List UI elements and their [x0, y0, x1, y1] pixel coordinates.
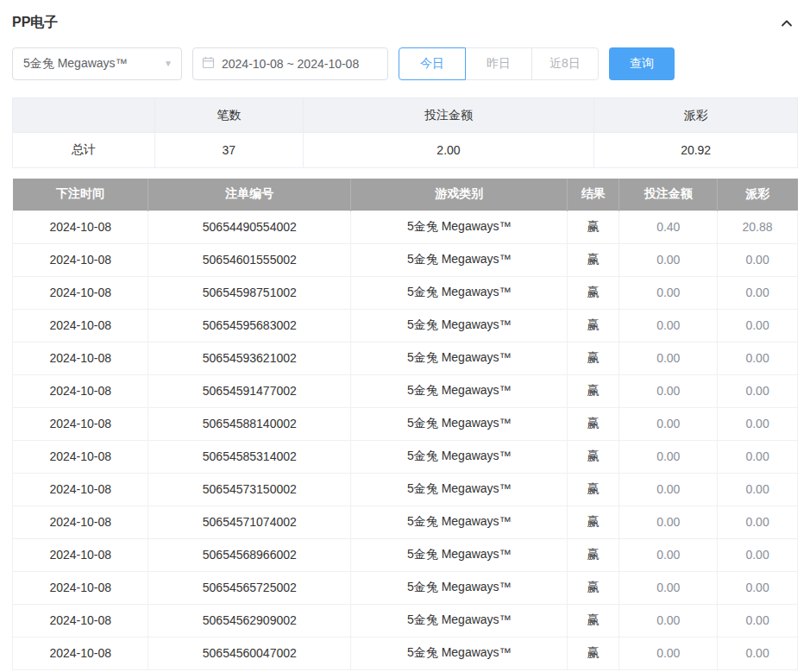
bet-time-cell: 2024-10-08 — [13, 309, 148, 342]
result-cell: 赢 — [568, 506, 619, 538]
game-type-cell: 5金兔 Megaways™ — [351, 506, 568, 538]
bet-amount-cell: 0.00 — [619, 538, 718, 571]
game-type-cell: 5金兔 Megaways™ — [351, 604, 568, 637]
date-range-value: 2024-10-08 ~ 2024-10-08 — [222, 57, 359, 71]
summary-total-row: 总计 37 2.00 20.92 — [13, 133, 798, 168]
bet-amount-cell: 0.00 — [619, 506, 718, 538]
summary-header-count: 笔数 — [154, 98, 303, 133]
result-cell: 赢 — [568, 309, 619, 342]
bet-amount-cell: 0.00 — [619, 243, 718, 276]
result-cell: 赢 — [568, 407, 619, 440]
table-row: 2024-10-08506545936210025金兔 Megaways™赢0.… — [13, 342, 798, 374]
game-type-cell: 5金兔 Megaways™ — [351, 571, 568, 604]
range-button-yesterday[interactable]: 昨日 — [465, 47, 532, 80]
search-button[interactable]: 查询 — [609, 47, 675, 80]
bet-id-cell: 50654585314002 — [148, 440, 351, 473]
table-row: 2024-10-08506544905540025金兔 Megaways™赢0.… — [13, 210, 798, 243]
header-bet-amount: 投注金额 — [619, 179, 718, 210]
quick-range-group: 今日 昨日 近8日 — [399, 47, 599, 80]
summary-total-label: 总计 — [13, 133, 155, 168]
bet-amount-cell: 0.00 — [619, 604, 718, 637]
payout-cell: 0.00 — [718, 342, 798, 374]
table-row: 2024-10-08506545731500025金兔 Megaways™赢0.… — [13, 473, 798, 506]
table-row: 2024-10-08506545853140025金兔 Megaways™赢0.… — [13, 440, 798, 473]
bet-amount-cell: 0.00 — [619, 440, 718, 473]
bet-table-header-row: 下注时间 注单编号 游戏类别 结果 投注金额 派彩 — [13, 179, 798, 210]
bet-id-cell: 50654568966002 — [148, 538, 351, 571]
result-cell: 赢 — [568, 604, 619, 637]
range-button-last8days[interactable]: 近8日 — [531, 47, 599, 80]
bet-id-cell: 50654593621002 — [148, 342, 351, 374]
payout-cell: 0.00 — [718, 506, 798, 538]
bet-time-cell: 2024-10-08 — [13, 571, 148, 604]
bet-records-table: 下注时间 注单编号 游戏类别 结果 投注金额 派彩 2024-10-085065… — [12, 179, 798, 670]
summary-header-bet-amount: 投注金额 — [303, 98, 594, 133]
bet-time-cell: 2024-10-08 — [13, 276, 148, 309]
result-cell: 赢 — [568, 440, 619, 473]
payout-cell: 0.00 — [718, 440, 798, 473]
summary-table: 笔数 投注金额 派彩 总计 37 2.00 20.92 — [12, 97, 798, 168]
bet-amount-cell: 0.00 — [619, 342, 718, 374]
collapse-button[interactable] — [777, 16, 796, 31]
game-type-cell: 5金兔 Megaways™ — [351, 276, 568, 309]
header-game-type: 游戏类别 — [351, 179, 568, 210]
game-type-cell: 5金兔 Megaways™ — [351, 637, 568, 669]
bet-id-cell: 50654490554002 — [148, 210, 351, 243]
game-type-cell: 5金兔 Megaways™ — [351, 210, 568, 243]
bet-time-cell: 2024-10-08 — [13, 440, 148, 473]
bet-id-cell: 50654565725002 — [148, 571, 351, 604]
table-row: 2024-10-08506546015550025金兔 Megaways™赢0.… — [13, 243, 798, 276]
payout-cell: 0.00 — [718, 309, 798, 342]
game-select[interactable]: 5金兔 Megaways™ ▼ — [12, 47, 182, 80]
payout-cell: 0.00 — [718, 374, 798, 407]
summary-total-bet-amount: 2.00 — [303, 133, 594, 168]
payout-cell: 0.00 — [718, 276, 798, 309]
result-cell: 赢 — [568, 342, 619, 374]
table-row: 2024-10-08506545881400025金兔 Megaways™赢0.… — [13, 407, 798, 440]
table-row: 2024-10-08506545956830025金兔 Megaways™赢0.… — [13, 309, 798, 342]
summary-header-row: 笔数 投注金额 派彩 — [13, 98, 798, 133]
section-header: PP电子 — [12, 14, 796, 32]
range-button-today[interactable]: 今日 — [399, 47, 466, 80]
chevron-up-icon — [779, 19, 794, 32]
header-payout: 派彩 — [718, 179, 798, 210]
bet-amount-cell: 0.40 — [619, 210, 718, 243]
payout-cell: 0.00 — [718, 473, 798, 506]
payout-cell: 0.00 — [718, 604, 798, 637]
calendar-icon — [202, 56, 215, 72]
payout-cell: 0.00 — [718, 538, 798, 571]
bet-amount-cell: 0.00 — [619, 571, 718, 604]
header-result: 结果 — [568, 179, 619, 210]
bet-table-body: 2024-10-08506544905540025金兔 Megaways™赢0.… — [13, 210, 798, 669]
date-range-input[interactable]: 2024-10-08 ~ 2024-10-08 — [192, 47, 388, 80]
summary-total-payout: 20.92 — [594, 133, 798, 168]
bet-id-cell: 50654560047002 — [148, 637, 351, 669]
bet-time-cell: 2024-10-08 — [13, 637, 148, 669]
result-cell: 赢 — [568, 571, 619, 604]
bet-amount-cell: 0.00 — [619, 473, 718, 506]
bet-id-cell: 50654571074002 — [148, 506, 351, 538]
result-cell: 赢 — [568, 243, 619, 276]
table-row: 2024-10-08506545914770025金兔 Megaways™赢0.… — [13, 374, 798, 407]
bet-time-cell: 2024-10-08 — [13, 604, 148, 637]
result-cell: 赢 — [568, 374, 619, 407]
table-row: 2024-10-08506545600470025金兔 Megaways™赢0.… — [13, 637, 798, 669]
game-type-cell: 5金兔 Megaways™ — [351, 538, 568, 571]
bet-id-cell: 50654573150002 — [148, 473, 351, 506]
bet-amount-cell: 0.00 — [619, 407, 718, 440]
bet-id-cell: 50654598751002 — [148, 276, 351, 309]
payout-cell: 0.00 — [718, 407, 798, 440]
result-cell: 赢 — [568, 276, 619, 309]
bet-time-cell: 2024-10-08 — [13, 407, 148, 440]
summary-header-payout: 派彩 — [594, 98, 798, 133]
payout-cell: 0.00 — [718, 243, 798, 276]
bet-time-cell: 2024-10-08 — [13, 473, 148, 506]
bet-amount-cell: 0.00 — [619, 276, 718, 309]
result-cell: 赢 — [568, 210, 619, 243]
result-cell: 赢 — [568, 538, 619, 571]
payout-cell: 20.88 — [718, 210, 798, 243]
table-row: 2024-10-08506545657250025金兔 Megaways™赢0.… — [13, 571, 798, 604]
game-select-value: 5金兔 Megaways™ — [23, 56, 128, 72]
game-type-cell: 5金兔 Megaways™ — [351, 407, 568, 440]
bet-id-cell: 50654588140002 — [148, 407, 351, 440]
